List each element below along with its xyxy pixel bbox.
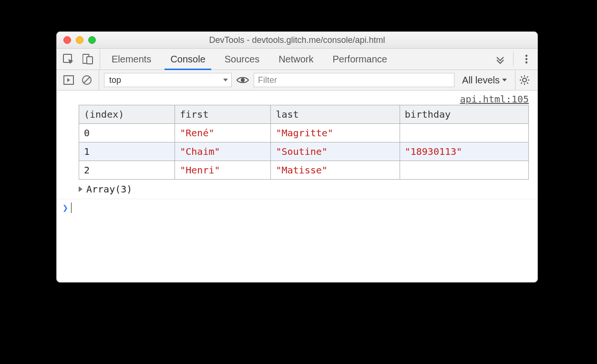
live-expression-icon[interactable]: [237, 74, 249, 86]
cell-last: "Matisse": [271, 161, 400, 180]
execution-context-selector[interactable]: top: [104, 73, 232, 87]
table-header-row: (index) first last birthday: [79, 105, 529, 124]
svg-line-16: [527, 82, 528, 83]
console-prompt[interactable]: ❯: [57, 199, 537, 216]
prompt-caret-icon: ❯: [62, 202, 68, 213]
array-summary-text: Array(3): [86, 183, 132, 195]
titlebar: DevTools - devtools.glitch.me/console/ap…: [57, 32, 537, 49]
chevron-down-icon: [502, 77, 507, 83]
console-toolbar-right: [515, 70, 537, 90]
console-toolbar-mid: top All levels: [99, 70, 515, 90]
svg-line-15: [521, 77, 522, 78]
customize-devtools-button[interactable]: [519, 54, 534, 64]
cell-birthday: [400, 124, 528, 142]
divider: [513, 51, 514, 67]
window-title: DevTools - devtools.glitch.me/console/ap…: [57, 35, 537, 45]
tab-performance[interactable]: Performance: [323, 49, 397, 70]
minimize-window-button[interactable]: [76, 36, 83, 44]
tabs-left-tools: [57, 49, 100, 70]
tab-elements[interactable]: Elements: [102, 49, 161, 70]
execution-context-label: top: [109, 75, 121, 85]
cell-first: "Chaim": [175, 142, 271, 161]
zoom-window-button[interactable]: [88, 36, 96, 44]
close-window-button[interactable]: [63, 36, 71, 44]
devtools-window: DevTools - devtools.glitch.me/console/ap…: [56, 31, 538, 283]
text-cursor: [71, 202, 72, 213]
cell-index: 1: [79, 142, 175, 161]
svg-point-9: [241, 78, 245, 82]
cell-last: "Magritte": [271, 124, 400, 142]
toggle-console-sidebar-icon[interactable]: [62, 74, 75, 86]
console-filter-input[interactable]: [254, 73, 454, 87]
svg-point-10: [523, 78, 526, 82]
tab-console[interactable]: Console: [161, 49, 215, 70]
table-row: 2 "Henri" "Matisse": [79, 161, 529, 180]
expand-arrow-icon[interactable]: [79, 186, 82, 192]
more-tabs-button[interactable]: [493, 54, 507, 64]
cell-birthday: [400, 161, 528, 180]
toggle-device-toolbar-icon[interactable]: [82, 53, 94, 65]
svg-point-5: [525, 61, 527, 63]
col-last[interactable]: last: [271, 105, 400, 124]
cell-first: "René": [175, 124, 271, 142]
panel-tabs: Elements Console Sources Network Perform…: [100, 49, 489, 70]
svg-line-18: [521, 82, 522, 83]
cell-birthday: "18930113": [400, 142, 528, 161]
console-toolbar: top All levels: [57, 70, 537, 91]
svg-point-4: [525, 58, 527, 60]
col-first[interactable]: first: [175, 105, 271, 124]
table-row: 1 "Chaim" "Soutine" "18930113": [79, 142, 529, 161]
traffic-lights: [57, 36, 96, 44]
col-index[interactable]: (index): [79, 105, 175, 124]
inspect-element-icon[interactable]: [62, 53, 75, 65]
cell-first: "Henri": [175, 161, 271, 180]
table-row: 0 "René" "Magritte": [79, 124, 529, 142]
chevron-down-icon: [223, 77, 228, 83]
cell-index: 2: [79, 161, 175, 180]
source-link[interactable]: api.html:105: [460, 93, 529, 105]
log-levels-label: All levels: [462, 75, 500, 86]
tabs-row: Elements Console Sources Network Perform…: [57, 49, 537, 70]
console-table: (index) first last birthday 0 "René" "Ma…: [79, 105, 529, 180]
array-summary-line[interactable]: Array(3): [57, 180, 537, 199]
console-body: api.html:105 (index) first last birthday…: [57, 91, 537, 216]
clear-console-icon[interactable]: [81, 74, 93, 86]
cell-index: 0: [79, 124, 175, 142]
tab-sources[interactable]: Sources: [215, 49, 269, 70]
cell-last: "Soutine": [271, 142, 400, 161]
log-levels-selector[interactable]: All levels: [459, 75, 510, 86]
col-birthday[interactable]: birthday: [400, 105, 528, 124]
console-toolbar-left: [57, 70, 99, 90]
tabs-right-controls: [489, 49, 537, 70]
tab-network[interactable]: Network: [269, 49, 323, 70]
svg-line-17: [527, 77, 528, 78]
svg-point-3: [525, 55, 527, 57]
svg-line-8: [84, 77, 90, 83]
svg-rect-2: [87, 57, 93, 64]
console-settings-icon[interactable]: [518, 74, 531, 86]
